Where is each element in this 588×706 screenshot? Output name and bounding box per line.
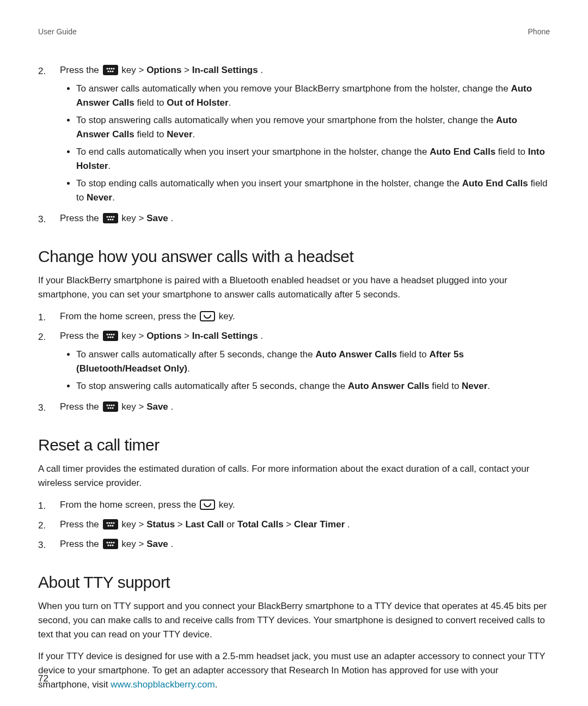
- intro-reset-timer: A call timer provides the estimated dura…: [38, 462, 550, 490]
- text: Press the: [60, 213, 102, 223]
- svg-point-19: [109, 336, 111, 338]
- text: key >: [121, 331, 146, 341]
- heading-tty: About TTY support: [38, 573, 550, 592]
- svg-point-20: [112, 336, 113, 338]
- bold-text: Never: [167, 129, 192, 139]
- text: Press the: [60, 539, 102, 549]
- svg-point-29: [108, 522, 110, 524]
- svg-point-36: [108, 541, 110, 543]
- bold-text: Never: [462, 381, 487, 391]
- svg-point-3: [113, 68, 114, 69]
- text: Press the: [60, 331, 102, 341]
- bold-text: Status: [146, 519, 175, 530]
- menu-key-icon: [103, 213, 118, 223]
- text: To end calls automatically when you inse…: [76, 147, 430, 157]
- text: or: [226, 519, 237, 530]
- page-number: 72: [38, 673, 48, 684]
- step-text: From the home screen, press the key.: [60, 498, 550, 512]
- heading-reset-timer: Reset a call timer: [38, 436, 550, 454]
- text: .: [229, 98, 231, 108]
- svg-point-33: [109, 525, 111, 526]
- text: .: [215, 679, 218, 690]
- text: .: [112, 192, 115, 203]
- svg-point-27: [112, 407, 113, 409]
- step-text: From the home screen, press the key.: [60, 309, 550, 324]
- text: key >: [121, 213, 146, 223]
- text: field to: [495, 147, 528, 157]
- svg-point-10: [113, 216, 114, 217]
- svg-point-4: [107, 70, 109, 72]
- bold-text: Auto End Calls: [430, 147, 495, 157]
- step-text: Press the key > Options > In-call Settin…: [60, 329, 550, 343]
- header-left: User Guide: [38, 27, 77, 36]
- menu-key-icon: [103, 539, 118, 549]
- list-item: To stop answering calls automatically af…: [76, 379, 550, 393]
- svg-point-21: [106, 404, 108, 406]
- text: Press the: [60, 401, 102, 412]
- text: key.: [219, 311, 235, 321]
- bold-text: Save: [146, 539, 168, 549]
- text: From the home screen, press the: [60, 500, 199, 510]
- tty-p1: When you turn on TTY support and you con…: [38, 599, 550, 642]
- list-item: To end calls automatically when you inse…: [76, 145, 550, 173]
- svg-point-6: [112, 70, 113, 72]
- svg-point-31: [113, 522, 114, 524]
- svg-point-1: [108, 68, 110, 69]
- step-number: 2.: [38, 329, 60, 344]
- svg-point-24: [113, 404, 114, 406]
- text: .: [187, 363, 190, 374]
- svg-point-23: [111, 404, 112, 406]
- svg-point-28: [106, 522, 108, 524]
- svg-point-17: [113, 333, 114, 335]
- text: .: [347, 519, 350, 530]
- intro-headset: If your BlackBerry smartphone is paired …: [38, 273, 550, 302]
- bold-text: Auto End Calls: [462, 178, 528, 188]
- list-item: To stop ending calls automatically when …: [76, 176, 550, 205]
- section-b-steps: 1. From the home screen, press the key. …: [38, 309, 550, 416]
- step-number: 1.: [38, 309, 60, 325]
- step-text: Press the key > Save .: [60, 211, 550, 226]
- svg-point-11: [107, 218, 109, 220]
- text: To stop answering calls automatically wh…: [76, 115, 496, 125]
- step-number: 2.: [38, 63, 60, 78]
- bold-text: In-call Settings: [192, 65, 258, 75]
- header-right: Phone: [528, 27, 550, 36]
- shopblackberry-link[interactable]: www.shopblackberry.com: [111, 679, 215, 690]
- step-number: 3.: [38, 211, 60, 227]
- text: .: [171, 213, 174, 223]
- text: .: [171, 539, 174, 549]
- step-number: 3.: [38, 537, 60, 552]
- text: .: [260, 331, 263, 341]
- step-text: Press the key > Options > In-call Settin…: [60, 63, 550, 77]
- text: >: [184, 65, 192, 75]
- step-number: 3.: [38, 400, 60, 415]
- section-c-steps: 1. From the home screen, press the key. …: [38, 498, 550, 553]
- text: To answer calls automatically after 5 se…: [76, 349, 315, 360]
- bold-text: Options: [146, 331, 181, 341]
- text: .: [171, 401, 174, 412]
- svg-point-5: [109, 70, 111, 72]
- section-a-steps: 2. Press the key > Options > In-call Set…: [38, 63, 550, 228]
- bold-text: Out of Holster: [167, 98, 228, 108]
- step-text: Press the key > Save .: [60, 537, 550, 551]
- text: key >: [121, 401, 146, 412]
- text: field to: [134, 98, 167, 108]
- svg-point-32: [107, 525, 109, 526]
- send-key-icon: [200, 500, 215, 510]
- svg-point-41: [112, 544, 113, 546]
- heading-headset: Change how you answer calls with a heads…: [38, 247, 550, 266]
- menu-key-icon: [103, 65, 118, 75]
- menu-key-icon: [103, 331, 118, 341]
- svg-point-7: [106, 216, 108, 217]
- svg-point-14: [106, 333, 108, 335]
- sub-bullets: To answer calls automatically after 5 se…: [60, 348, 550, 393]
- step-text: Press the key > Status > Last Call or To…: [60, 518, 550, 532]
- text: To stop answering calls automatically af…: [76, 381, 348, 391]
- svg-point-0: [106, 68, 108, 69]
- text: >: [184, 331, 192, 341]
- step-number: 1.: [38, 498, 60, 513]
- bold-text: Save: [146, 213, 168, 223]
- bold-text: Options: [146, 65, 181, 75]
- bold-text: Clear Timer: [294, 519, 345, 530]
- svg-point-22: [108, 404, 110, 406]
